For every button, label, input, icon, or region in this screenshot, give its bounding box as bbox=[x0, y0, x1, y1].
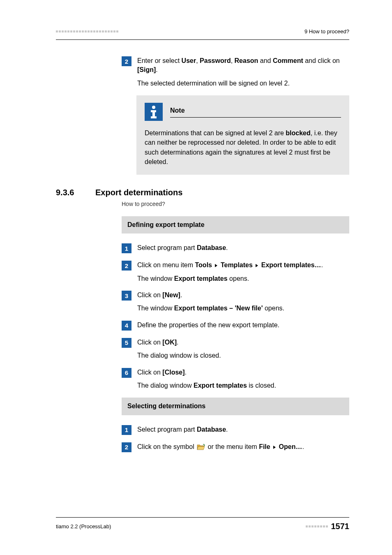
note-body: Determinations that can be signed at lev… bbox=[145, 128, 341, 166]
chevron-right-icon bbox=[273, 446, 276, 449]
svg-rect-3 bbox=[151, 116, 157, 118]
chevron-right-icon bbox=[215, 264, 217, 267]
step-result: The dialog window Export templates is cl… bbox=[137, 381, 349, 390]
step-export-4: 4 Define the properties of the new expor… bbox=[122, 321, 349, 331]
step-number-badge: 2 bbox=[122, 261, 131, 271]
step-number-badge: 4 bbox=[122, 321, 131, 331]
step-number-badge: 6 bbox=[122, 368, 131, 378]
step-number-badge: 1 bbox=[122, 425, 131, 435]
step-select-1: 1 Select program part Database. bbox=[122, 425, 349, 435]
step-text: Define the properties of the new export … bbox=[137, 321, 349, 330]
step-select-2: 2 Click on the symbol or the menu item F… bbox=[122, 442, 349, 452]
step-export-3: 3 Click on [New]. The window Export temp… bbox=[122, 291, 349, 313]
step-text: Select program part Database. bbox=[137, 243, 349, 252]
page-header: 9 How to proceed? bbox=[56, 26, 349, 36]
footer-decoration bbox=[306, 525, 328, 527]
step-result: The window Export templates opens. bbox=[137, 274, 349, 283]
svg-point-0 bbox=[152, 106, 155, 109]
step-number-badge: 1 bbox=[122, 243, 131, 253]
page-footer: tiamo 2.2 (ProcessLab) 1571 bbox=[56, 517, 349, 531]
chevron-right-icon bbox=[256, 264, 258, 267]
subsection-selecting-determinations: Selecting determinations bbox=[122, 398, 349, 415]
section-number: 9.3.6 bbox=[56, 188, 82, 197]
section-title: Export determinations bbox=[95, 188, 182, 197]
step-result: The selected determination will be signe… bbox=[137, 79, 349, 88]
subsection-defining-export-template: Defining export template bbox=[122, 216, 349, 234]
step-number-badge: 5 bbox=[122, 338, 131, 348]
step-number-badge: 3 bbox=[122, 291, 131, 301]
footer-product: tiamo 2.2 (ProcessLab) bbox=[56, 523, 111, 530]
step-instruction: Enter or select User, Password, Reason a… bbox=[137, 56, 349, 75]
step-result: The dialog window is closed. bbox=[137, 351, 349, 360]
info-icon bbox=[145, 103, 163, 121]
step-text: Click on [New]. bbox=[137, 291, 349, 300]
page-number: 1571 bbox=[331, 522, 350, 531]
step-text: Select program part Database. bbox=[137, 425, 349, 434]
step-export-6: 6 Click on [Close]. The dialog window Ex… bbox=[122, 368, 349, 391]
step-number-badge: 2 bbox=[122, 442, 131, 452]
folder-open-icon bbox=[197, 444, 205, 451]
step-text: Click on menu item Tools Templates Expor… bbox=[137, 261, 349, 270]
step-sign-level2: 2 Enter or select User, Password, Reason… bbox=[122, 56, 349, 88]
step-number-badge: 2 bbox=[122, 56, 131, 66]
footer-rule bbox=[56, 517, 349, 518]
step-export-2: 2 Click on menu item Tools Templates Exp… bbox=[122, 261, 349, 283]
step-text: Click on the symbol or the menu item Fil… bbox=[137, 442, 349, 451]
header-rule bbox=[56, 39, 349, 40]
note-callout: Note Determinations that can be signed a… bbox=[136, 95, 349, 175]
step-export-1: 1 Select program part Database. bbox=[122, 243, 349, 253]
section-heading: 9.3.6 Export determinations bbox=[56, 188, 349, 197]
header-chapter-label: 9 How to proceed? bbox=[304, 28, 349, 35]
header-chapter-text: 9 How to proceed? bbox=[304, 28, 349, 35]
header-decoration-left bbox=[56, 30, 118, 32]
step-text: Click on [Close]. bbox=[137, 368, 349, 377]
section-subtitle: How to proceed? bbox=[122, 201, 349, 207]
step-text: Click on [OK]. bbox=[137, 338, 349, 347]
step-export-5: 5 Click on [OK]. The dialog window is cl… bbox=[122, 338, 349, 361]
step-result: The window Export templates – 'New file'… bbox=[137, 304, 349, 313]
note-title: Note bbox=[170, 106, 341, 117]
